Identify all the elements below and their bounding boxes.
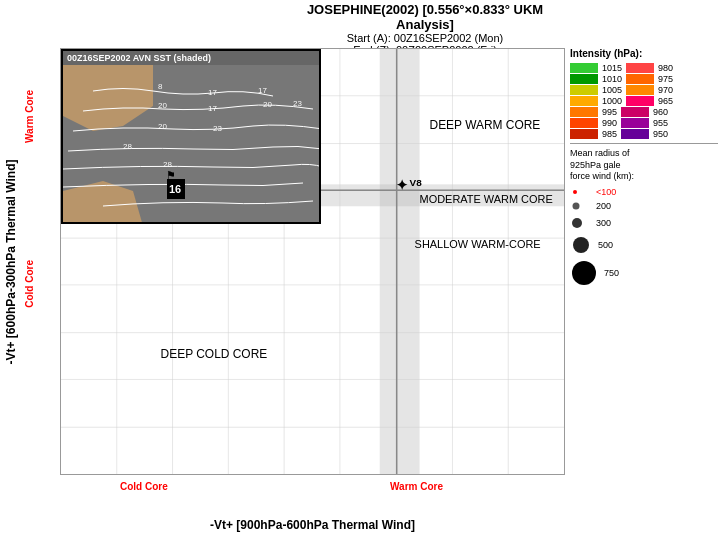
svg-rect-1 bbox=[380, 49, 420, 474]
svg-text:8: 8 bbox=[158, 82, 163, 91]
x-warm-bottom: Warm Core bbox=[390, 481, 443, 492]
legend-row-4: 1000 965 bbox=[570, 96, 718, 106]
svg-text:28: 28 bbox=[123, 142, 132, 151]
y-axis-label: -Vt+ [600hPa-300hPa Thermal Wind] bbox=[4, 159, 18, 364]
svg-text:V8: V8 bbox=[410, 177, 423, 188]
legend-row-3: 1005 970 bbox=[570, 85, 718, 95]
svg-text:20: 20 bbox=[158, 122, 167, 131]
svg-text:20: 20 bbox=[263, 100, 272, 109]
chart-area: DEEP WARM CORE MODERATE WARM CORE SHALLO… bbox=[60, 48, 565, 475]
svg-text:20: 20 bbox=[158, 101, 167, 110]
x-cold-bottom: Cold Core bbox=[120, 481, 168, 492]
legend-divider bbox=[570, 143, 718, 144]
main-container: JOSEPHINE(2002) [0.556°×0.833° UKM Analy… bbox=[0, 0, 720, 540]
svg-text:17: 17 bbox=[208, 88, 217, 97]
y-warm-label: Warm Core bbox=[24, 90, 35, 143]
legend-row-2: 1010 975 bbox=[570, 74, 718, 84]
chart-title: JOSEPHINE(2002) [0.556°×0.833° UKM Analy… bbox=[290, 2, 560, 32]
inset-svg: 8 17 17 20 17 20 23 20 23 28 28 16 ⚑ bbox=[63, 51, 321, 224]
inset-map: 00Z16SEP2002 AVN SST (shaded) bbox=[61, 49, 321, 224]
circle-legend: <100 200 300 500 750 bbox=[570, 187, 718, 287]
y-axis-right-container bbox=[548, 48, 570, 475]
svg-text:23: 23 bbox=[293, 99, 302, 108]
svg-point-49 bbox=[572, 261, 596, 285]
legend-row-1: 1015 980 bbox=[570, 63, 718, 73]
circle-row-2: 200 bbox=[570, 200, 718, 212]
svg-text:17: 17 bbox=[208, 104, 217, 113]
svg-text:28: 28 bbox=[163, 160, 172, 169]
start-date: Start (A): 00Z16SEP2002 (Mon) bbox=[290, 32, 560, 44]
moderate-warm-core-label: MODERATE WARM CORE bbox=[420, 193, 553, 205]
legend-area: Intensity (hPa): 1015 980 1010 975 1005 … bbox=[570, 48, 718, 475]
svg-text:⚑: ⚑ bbox=[166, 169, 176, 181]
legend-title: Intensity (hPa): bbox=[570, 48, 718, 59]
svg-point-45 bbox=[573, 190, 577, 194]
legend-row-5: 995 960 bbox=[570, 107, 718, 117]
svg-text:17: 17 bbox=[258, 86, 267, 95]
svg-point-46 bbox=[573, 203, 580, 210]
radius-label: force wind (km): bbox=[570, 171, 718, 183]
legend-row-7: 985 950 bbox=[570, 129, 718, 139]
shallow-warm-core-label: SHALLOW WARM-CORE bbox=[415, 238, 541, 250]
circle-row-1: <100 bbox=[570, 187, 718, 197]
svg-point-48 bbox=[573, 237, 589, 253]
radius-title: Mean radius of bbox=[570, 148, 718, 160]
x-axis-label: -Vt+ [900hPa-600hPa Thermal Wind] bbox=[60, 518, 565, 532]
deep-warm-core-label: DEEP WARM CORE bbox=[430, 118, 541, 132]
deep-cold-core-label: DEEP COLD CORE bbox=[161, 347, 268, 361]
y-cold-label: Cold Core bbox=[24, 260, 35, 308]
svg-point-47 bbox=[572, 218, 582, 228]
radius-subtitle: 925hPa gale bbox=[570, 160, 718, 172]
svg-text:16: 16 bbox=[169, 183, 181, 195]
circle-row-4: 500 bbox=[570, 234, 718, 256]
inset-title: 00Z16SEP2002 AVN SST (shaded) bbox=[67, 53, 211, 63]
y-axis-label-container: -Vt+ [600hPa-300hPa Thermal Wind] bbox=[0, 48, 22, 475]
svg-text:23: 23 bbox=[213, 124, 222, 133]
circle-row-3: 300 bbox=[570, 215, 718, 231]
svg-text:✦: ✦ bbox=[396, 177, 408, 193]
circle-row-5: 750 bbox=[570, 259, 718, 287]
legend-row-6: 990 955 bbox=[570, 118, 718, 128]
radius-legend: Mean radius of 925hPa gale force wind (k… bbox=[570, 148, 718, 183]
